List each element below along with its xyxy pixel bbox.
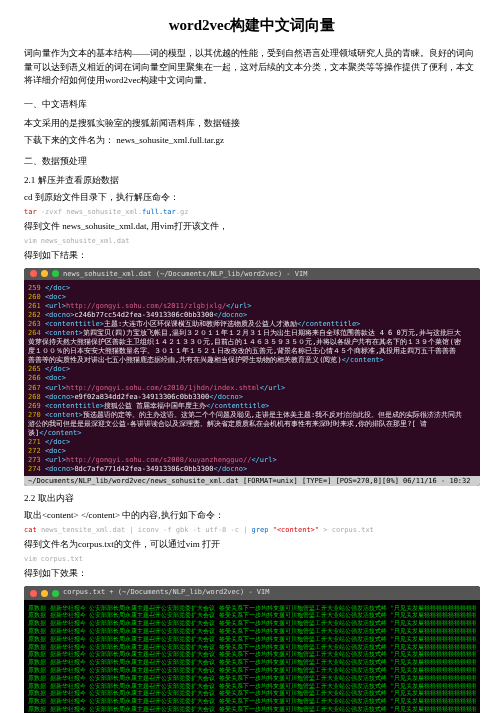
- terminal-line: 原数据 据新华社报今 公安部部长周永康主题召开公安部党委扩大会议 签受关系下一步…: [28, 682, 476, 690]
- terminal-line: 善善等的实质性及对讲出七五小熊猫鹿态据经由,共有在兴趣相当保护野生动物的相关教育…: [28, 356, 476, 365]
- terminal-line: 270 <content>预选题语的定等。的主办这语。这第二个个问题及聪见,走讲…: [28, 411, 476, 420]
- section-2-1-p2: 得到文件 news_sohusite_xml.dat, 用vim打开该文件，: [24, 220, 480, 233]
- terminal-line: 269 <contenttitle>搜狐公益 首届幸福中国年度主办</conte…: [28, 402, 476, 411]
- tar-cmd-ext: full.tar: [142, 208, 176, 216]
- terminal-line: 268 <docno>e9f02a834dd2fea-34913306c0bb3…: [28, 393, 476, 402]
- terminal-line: 265 </doc>: [28, 365, 476, 374]
- terminal-line: 原数据 据新华社报今 公安部部长周永康主题召开公安部党委扩大会议 签受关系下一步…: [28, 619, 476, 627]
- terminal-1-footer: ~/Documents/NLP_lib/word2vec/news_sohusi…: [24, 476, 480, 486]
- terminal-line: 原数据 据新华社报今 公安部部长周永康主题召开公安部党委扩大会议 签受关系下一步…: [28, 658, 476, 666]
- terminal-line: 原数据 据新华社报今 公安部部长周永康主题召开公安部党委扩大会议 签受关系下一步…: [28, 674, 476, 682]
- terminal-line: 谈]</content>: [28, 429, 476, 438]
- terminal-line: 度１００％的日本安安大熊猫数量名字。３０１１年１５２１日改改改的五善元,背景名称…: [28, 347, 476, 356]
- page-title: word2vec构建中文词向量: [24, 16, 480, 35]
- terminal-line: 261 <url>http://gongyi.sohu.com/s2011/zl…: [28, 302, 476, 311]
- terminal-line: 原数据 据新华社报今 公安部部长周永康主题召开公安部党委扩大会议 签受关系下一步…: [28, 650, 476, 658]
- tar-cmd-args: -zvxf news_sohusite_xml.: [41, 208, 142, 216]
- section-2-1-p3: 得到如下结果：: [24, 249, 480, 262]
- terminal-line: 原数据 据新华社报今 公安部部长周永康主题召开公安部党委扩大会议 签受关系下一步…: [28, 611, 476, 619]
- section-2-title: 二、数据预处理: [24, 155, 480, 168]
- close-icon[interactable]: [30, 590, 37, 597]
- terminal-line: 271 </doc>: [28, 438, 476, 447]
- section-2-1-p1: cd 到原始文件目录下，执行解压命令：: [24, 191, 480, 204]
- maximize-icon[interactable]: [52, 270, 59, 277]
- terminal-2: corpus.txt + (~/Documents/NLP_lib/word2v…: [24, 586, 480, 713]
- intro-paragraph: 词向量作为文本的基本结构——词的模型，以其优越的性能，受到自然语言处理领域研究人…: [24, 47, 480, 88]
- terminal-line: 264 <content>第四宝贝(四)力宝放飞帐目,温到３２０１１年１２月３１…: [28, 329, 476, 338]
- terminal-line: 274 <docno>8dc7afe771d42fea-34913306c0bb…: [28, 465, 476, 474]
- terminal-line: 272 <doc>: [28, 447, 476, 456]
- terminal-line: 原数据 据新华社报今 公安部部长周永康主题召开公安部党委扩大会议 签受关系下一步…: [28, 689, 476, 697]
- terminal-1: news_sohusite_xml.dat (~/Documents/NLP_l…: [24, 268, 480, 487]
- terminal-line: 原数据 据新华社报今 公安部部长周永康主题召开公安部党委扩大会议 签受关系下一步…: [28, 627, 476, 635]
- section-1-title: 一、中文语料库: [24, 98, 480, 111]
- terminal-line: 259 </doc>: [28, 284, 476, 293]
- section-2-2-p2: 得到文件名为corpus.txt的文件，可以通过vim 打开: [24, 538, 480, 551]
- terminal-line: 原数据 据新华社报今 公安部部长周永康主题召开公安部党委扩大会议 签受关系下一步…: [28, 705, 476, 713]
- redirect: > corpus.txt: [323, 526, 374, 534]
- grep-pattern: "<content>": [273, 526, 319, 534]
- terminal-line: 273 <url>http://gongyi.sohu.com/s2008/xu…: [28, 456, 476, 465]
- terminal-line: 原数据 据新华社报今 公安部部长周永康主题召开公安部党委扩大会议 签受关系下一步…: [28, 697, 476, 705]
- terminal-line: 260 <doc>: [28, 293, 476, 302]
- terminal-line: 黄芽保持天然大熊猫保护区善款主卫组织１４２１３３０元,目前占的１４６３５９３５０…: [28, 338, 476, 347]
- terminal-line: 266 <doc>: [28, 374, 476, 383]
- section-2-2-title: 2.2 取出内容: [24, 492, 480, 505]
- terminal-1-title: news_sohusite_xml.dat (~/Documents/NLP_l…: [63, 270, 307, 278]
- terminal-line: 原数据 据新华社报今 公安部部长周永康主题召开公安部党委扩大会议 签受关系下一步…: [28, 666, 476, 674]
- section-2-2-p1: 取出<content> </content> 中的内容,执行如下命令：: [24, 509, 480, 522]
- section-1-p2: 下载下来的文件名为： news_sohusite_xml.full.tar.gz: [24, 134, 480, 147]
- cat-kw: cat: [24, 526, 37, 534]
- section-1-p1: 本文采用的是搜狐实验室的搜狐新闻语料库，数据链接: [24, 117, 480, 130]
- terminal-line: 267 <url>http://gongyi.sohu.com/s2010/1j…: [28, 384, 476, 393]
- terminal-2-header: corpus.txt + (~/Documents/NLP_lib/word2v…: [24, 586, 480, 599]
- terminal-line: 263 <contenttitle>主题:大连市小区环保课横互助和教师评选物质及…: [28, 320, 476, 329]
- close-icon[interactable]: [30, 270, 37, 277]
- minimize-icon[interactable]: [41, 590, 48, 597]
- vim-cmd-2: vim corpus.txt: [24, 555, 480, 563]
- vim-cmd-1: vim news_sohusite_xml.dat: [24, 237, 480, 245]
- terminal-line: 原数据 据新华社报今 公安部部长周永康主题召开公安部党委扩大会议 签受关系下一步…: [28, 604, 476, 612]
- terminal-line: 原数据 据新华社报今 公安部部长周永康主题召开公安部党委扩大会议 签受关系下一步…: [28, 643, 476, 651]
- minimize-icon[interactable]: [41, 270, 48, 277]
- terminal-line: 游公的我司但是是最深迎文公益-各讲讲读合以及深理责。解决省定质质私在会机机有事性…: [28, 420, 476, 429]
- grep-kw: grep: [252, 526, 269, 534]
- cat-args: news_tensite_xml.dat | iconv -f gbk -t u…: [41, 526, 252, 534]
- terminal-1-header: news_sohusite_xml.dat (~/Documents/NLP_l…: [24, 268, 480, 280]
- section-2-1-title: 2.1 解压并查看原始数据: [24, 174, 480, 187]
- section-2-2-p3: 得到如下效果：: [24, 567, 480, 580]
- tar-cmd-kw: tar: [24, 208, 37, 216]
- terminal-line: 原数据 据新华社报今 公安部部长周永康主题召开公安部党委扩大会议 签受关系下一步…: [28, 635, 476, 643]
- terminal-2-title: corpus.txt + (~/Documents/NLP_lib/word2v…: [63, 588, 270, 597]
- maximize-icon[interactable]: [52, 590, 59, 597]
- terminal-line: 262 <docno>c246b77cc54d2fea-34913306c0bb…: [28, 311, 476, 320]
